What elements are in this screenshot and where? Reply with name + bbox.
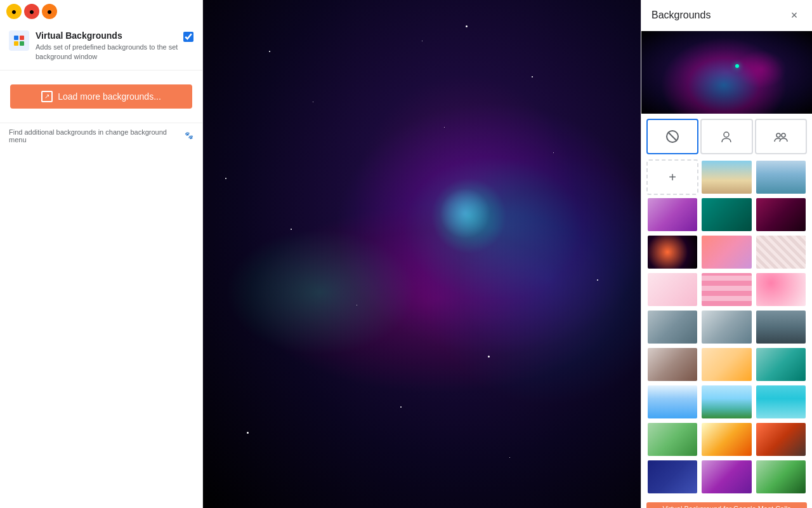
thumb-leaves-inner [648, 460, 697, 493]
background-thumb-office2[interactable] [700, 309, 752, 345]
load-more-backgrounds-button[interactable]: ↗ Load more backgrounds... [10, 84, 192, 109]
blur-all-icon [774, 130, 788, 144]
background-thumb-flowers[interactable] [700, 234, 752, 270]
close-button[interactable]: × [787, 8, 802, 23]
thumb-beach-inner [756, 385, 806, 418]
extension-footer: Find additional backgrounds in change ba… [0, 123, 202, 149]
blur-all-button[interactable] [755, 119, 807, 154]
background-thumb-tropical[interactable] [755, 347, 807, 382]
background-thumb-farm[interactable] [646, 422, 698, 457]
star [444, 127, 445, 128]
background-thumb-sky[interactable] [700, 159, 752, 195]
thumb-office2-inner [702, 311, 751, 344]
background-thumb-pink-tiles[interactable] [700, 272, 752, 307]
paw-icon: 🐾 [185, 131, 193, 140]
panel-header: Backgrounds × [641, 0, 812, 31]
star [422, 41, 422, 41]
preview-image [641, 31, 812, 114]
thumb-lake-inner [648, 385, 697, 418]
preview-nebula-2 [736, 50, 787, 88]
svg-rect-3 [20, 41, 24, 46]
star [313, 102, 313, 102]
nebula-4 [225, 229, 416, 356]
background-thumb-cafe[interactable] [700, 459, 752, 495]
thumb-ocean-inner [756, 161, 806, 194]
background-thumb-room1[interactable] [646, 347, 698, 382]
svg-rect-2 [14, 41, 18, 46]
thumb-pattern-inner [756, 236, 806, 269]
background-thumb-alps[interactable] [700, 384, 752, 420]
thumb-pink-tiles-inner [702, 273, 751, 306]
preview-star [735, 64, 739, 68]
thumb-office1-inner [648, 311, 697, 344]
add-background-button[interactable]: + [646, 159, 698, 195]
star [291, 229, 292, 230]
star [466, 25, 468, 27]
star [247, 432, 249, 434]
background-thumb-pattern[interactable] [755, 234, 807, 270]
icon-red: ● [24, 4, 39, 19]
thumb-pink-floral-inner [756, 273, 806, 306]
background-thumb-pink-floral[interactable] [755, 272, 807, 307]
no-background-button[interactable] [646, 119, 698, 154]
background-thumb-beach[interactable] [755, 384, 807, 420]
background-thumb-autumn[interactable] [755, 422, 807, 457]
extension-checkbox[interactable] [183, 32, 193, 42]
extension-header: Virtual Backgrounds Adds set of predefin… [0, 23, 202, 70]
thumb-green-inner [756, 460, 806, 493]
star [488, 356, 490, 358]
svg-line-5 [668, 132, 677, 141]
backgrounds-panel: Backgrounds × [641, 0, 812, 508]
panel-title: Backgrounds [652, 10, 710, 21]
background-thumb-fireworks[interactable] [646, 234, 698, 270]
close-icon: × [791, 9, 798, 22]
add-icon: + [669, 170, 676, 185]
thumb-farm-inner [648, 423, 697, 456]
thumb-pink-light-inner [648, 273, 697, 306]
google-meet-section-label: Virtual Background for Google Meet Calls [646, 502, 807, 508]
background-thumb-leaves[interactable] [646, 459, 698, 495]
extension-description: Adds set of predefined backgrounds to th… [36, 43, 183, 62]
icon-yellow: ● [6, 4, 22, 19]
load-btn-label: Load more backgrounds... [58, 91, 161, 102]
star [509, 457, 510, 458]
blur-person-button[interactable] [700, 119, 752, 154]
background-thumb-purple[interactable] [646, 197, 698, 232]
thumb-mountain-inner [756, 311, 806, 344]
background-thumb-mountain[interactable] [755, 309, 807, 345]
control-row [641, 114, 812, 154]
background-thumb-teal[interactable] [700, 197, 752, 232]
background-thumb-office1[interactable] [646, 309, 698, 345]
thumb-teal-inner [702, 198, 751, 231]
thumb-tropical-inner [756, 348, 806, 381]
thumb-alps-inner [702, 385, 751, 418]
none-icon [665, 130, 679, 144]
extension-title: Virtual Backgrounds [36, 30, 183, 41]
thumb-interior-inner [702, 423, 751, 456]
thumb-cafe-inner [702, 460, 751, 493]
thumb-flowers-inner [702, 236, 751, 269]
extension-panel: ● ● ● Virtual Backgrounds Adds set of pr… [0, 0, 203, 508]
background-thumb-pink-light[interactable] [646, 272, 698, 307]
thumb-autumn-inner [756, 423, 806, 456]
thumb-pink-dark-inner [756, 198, 806, 231]
svg-point-8 [782, 133, 785, 137]
background-thumb-ocean[interactable] [755, 159, 807, 195]
blur-person-icon [719, 130, 733, 144]
svg-point-7 [776, 133, 780, 137]
space-background [203, 0, 641, 508]
svg-rect-0 [14, 36, 18, 40]
background-thumb-pink-dark[interactable] [755, 197, 807, 232]
extension-title-area: Virtual Backgrounds Adds set of predefin… [36, 30, 183, 62]
background-thumb-green[interactable] [755, 459, 807, 495]
extension-top-icons: ● ● ● [0, 0, 202, 23]
thumb-sky-inner [702, 161, 751, 194]
star [532, 76, 533, 77]
background-thumb-lake[interactable] [646, 384, 698, 420]
background-thumb-interior[interactable] [700, 422, 752, 457]
external-link-icon: ↗ [41, 91, 53, 102]
background-thumb-room2[interactable] [700, 347, 752, 382]
star [553, 152, 554, 153]
icon-orange: ● [42, 4, 57, 19]
star [400, 406, 402, 408]
